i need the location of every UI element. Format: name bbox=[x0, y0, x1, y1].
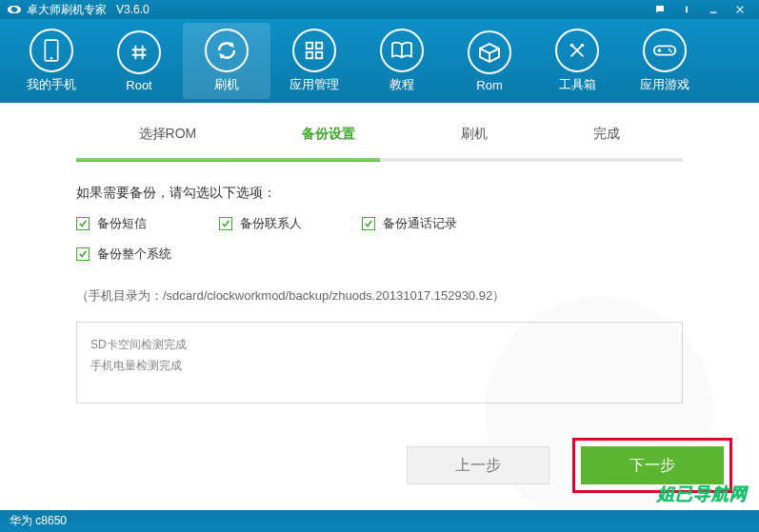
tool-label: Root bbox=[126, 78, 151, 92]
wizard-progress bbox=[76, 158, 683, 162]
backup-instruction: 如果需要备份，请勾选以下选项： bbox=[76, 185, 683, 202]
svg-rect-0 bbox=[686, 7, 688, 13]
wizard-steps: 选择ROM 备份设置 刷机 完成 bbox=[57, 120, 702, 148]
tool-flash[interactable]: 刷机 bbox=[183, 23, 270, 99]
checkbox-backup-calllog[interactable]: 备份通话记录 bbox=[362, 215, 505, 232]
grid-icon bbox=[292, 29, 336, 72]
check-icon bbox=[76, 247, 90, 261]
checkbox-label: 备份整个系统 bbox=[97, 246, 171, 263]
tool-label: Rom bbox=[476, 78, 502, 92]
gamepad-icon bbox=[643, 29, 687, 72]
svg-rect-1 bbox=[710, 12, 717, 13]
device-model: 华为 c8650 bbox=[10, 513, 67, 529]
svg-rect-6 bbox=[307, 52, 312, 58]
checkbox-label: 备份短信 bbox=[97, 215, 147, 232]
checkbox-backup-sms[interactable]: 备份短信 bbox=[76, 215, 219, 232]
backup-path-note: （手机目录为：/sdcard/clockworkmod/backup/zhuod… bbox=[76, 287, 683, 305]
info-icon[interactable] bbox=[675, 2, 698, 17]
status-log: SD卡空间检测完成 手机电量检测完成 bbox=[76, 322, 683, 404]
svg-point-12 bbox=[669, 50, 671, 52]
check-icon bbox=[219, 217, 232, 230]
svg-rect-10 bbox=[654, 46, 675, 54]
app-title: 卓大师刷机专家 bbox=[27, 2, 107, 18]
next-button-highlight: 下一步 bbox=[572, 438, 732, 493]
tool-label: 应用管理 bbox=[290, 76, 339, 93]
tool-label: 教程 bbox=[389, 76, 414, 93]
tool-tutorial[interactable]: 教程 bbox=[358, 23, 446, 99]
wizard-buttons: 上一步 下一步 bbox=[407, 438, 732, 493]
svg-point-11 bbox=[669, 49, 670, 50]
tool-games[interactable]: 应用游戏 bbox=[621, 23, 709, 99]
check-icon bbox=[76, 217, 90, 230]
tool-root[interactable]: Root bbox=[95, 23, 183, 99]
checkbox-backup-contacts[interactable]: 备份联系人 bbox=[219, 215, 362, 232]
tool-apps[interactable]: 应用管理 bbox=[270, 23, 358, 99]
app-version: V3.6.0 bbox=[116, 3, 150, 16]
titlebar: 卓大师刷机专家 V3.6.0 bbox=[0, 0, 759, 19]
svg-point-8 bbox=[570, 44, 574, 48]
tools-icon bbox=[555, 29, 599, 72]
checkbox-label: 备份联系人 bbox=[240, 215, 302, 232]
app-logo-icon bbox=[8, 3, 21, 16]
main-toolbar: 我的手机 Root 刷机 应用管理 教程 Rom 工具箱 应用游戏 bbox=[0, 19, 759, 103]
close-icon[interactable] bbox=[729, 2, 751, 17]
check-icon bbox=[362, 217, 375, 230]
log-line: SD卡空间检测完成 bbox=[90, 334, 669, 355]
refresh-icon bbox=[205, 29, 249, 72]
tool-label: 工具箱 bbox=[559, 76, 596, 93]
box-icon bbox=[468, 30, 511, 74]
next-button[interactable]: 下一步 bbox=[581, 446, 724, 484]
prev-button[interactable]: 上一步 bbox=[407, 446, 549, 484]
statusbar: 华为 c8650 bbox=[0, 510, 759, 532]
svg-rect-4 bbox=[307, 43, 312, 49]
svg-point-3 bbox=[50, 57, 53, 60]
tool-toolbox[interactable]: 工具箱 bbox=[533, 23, 621, 99]
tool-label: 应用游戏 bbox=[640, 76, 689, 93]
feedback-icon[interactable] bbox=[649, 2, 671, 17]
checkbox-label: 备份通话记录 bbox=[383, 215, 457, 232]
svg-rect-7 bbox=[316, 52, 322, 58]
tool-label: 我的手机 bbox=[27, 76, 76, 93]
step-select-rom: 选择ROM bbox=[128, 120, 209, 148]
svg-rect-5 bbox=[316, 43, 322, 49]
tool-rom[interactable]: Rom bbox=[446, 23, 533, 99]
content-area: 选择ROM 备份设置 刷机 完成 如果需要备份，请勾选以下选项： 备份短信 备份… bbox=[0, 103, 759, 510]
log-line: 手机电量检测完成 bbox=[90, 355, 669, 376]
step-flash: 刷机 bbox=[449, 120, 499, 148]
tool-label: 刷机 bbox=[214, 76, 239, 93]
phone-icon bbox=[30, 29, 73, 72]
checkbox-backup-system[interactable]: 备份整个系统 bbox=[76, 246, 683, 263]
book-icon bbox=[380, 29, 424, 72]
step-done: 完成 bbox=[582, 120, 631, 148]
minimize-icon[interactable] bbox=[702, 2, 725, 17]
step-backup-settings: 备份设置 bbox=[290, 120, 367, 148]
backup-options: 备份短信 备份联系人 备份通话记录 备份整个系统 bbox=[76, 215, 683, 276]
hash-icon bbox=[117, 30, 161, 74]
tool-myphone[interactable]: 我的手机 bbox=[8, 23, 95, 99]
svg-point-9 bbox=[581, 44, 585, 48]
